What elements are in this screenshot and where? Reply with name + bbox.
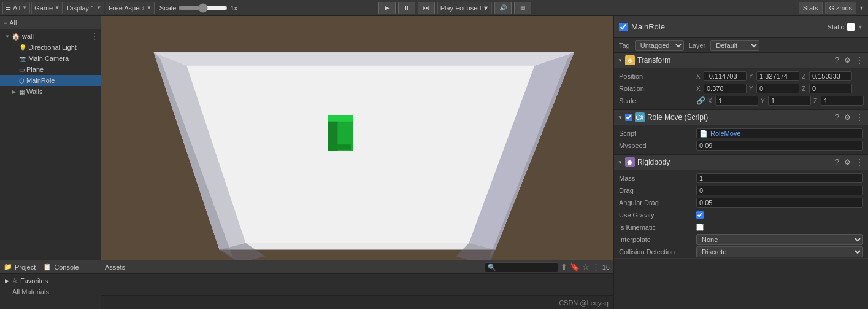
play-button[interactable]: ▶ bbox=[378, 2, 396, 14]
rot-x-input[interactable] bbox=[704, 84, 747, 93]
assets-star-btn[interactable]: ☆ bbox=[582, 262, 590, 272]
use-gravity-label: Use Gravity bbox=[619, 211, 693, 219]
transform-help-btn[interactable]: ? bbox=[834, 56, 840, 65]
drag-input[interactable] bbox=[696, 186, 863, 195]
assets-upload-btn[interactable]: ⬆ bbox=[561, 262, 567, 272]
pos-x-input[interactable] bbox=[704, 71, 747, 81]
play-focused-dropdown[interactable]: Play Focused ▼ bbox=[437, 2, 493, 14]
wall-menu-icon[interactable]: ⋮ bbox=[91, 32, 101, 41]
object-name: MainRole bbox=[631, 22, 665, 31]
hierarchy-item-wall[interactable]: ▼ 🏠 wall ⋮ bbox=[0, 31, 101, 42]
game-dropdown[interactable]: Game ▼ bbox=[31, 2, 63, 14]
rot-y-input[interactable] bbox=[756, 84, 799, 93]
display-dropdown[interactable]: Display 1 ▼ bbox=[64, 2, 104, 14]
transform-header[interactable]: ▼ ⊕ Transform ? ⚙ ⋮ bbox=[614, 53, 868, 68]
rigidbody-header[interactable]: ▼ ⬟ Rigidbody ? ⚙ ⋮ bbox=[614, 155, 868, 170]
hierarchy-item-directional-light[interactable]: 💡 Directional Light bbox=[0, 42, 101, 53]
scale-values: 🔗 X Y Z bbox=[696, 96, 864, 106]
assets-bookmark-btn[interactable]: 🔖 bbox=[570, 262, 580, 272]
inspector-panel: MainRole Static ▼ Tag Untagged Layer Def… bbox=[613, 16, 868, 260]
rot-z-label: Z bbox=[802, 85, 808, 92]
use-gravity-checkbox[interactable] bbox=[696, 211, 704, 219]
pos-z-input[interactable] bbox=[809, 71, 852, 81]
right-buttons: Stats Gizmos ▼ bbox=[795, 2, 868, 14]
rot-y-label: Y bbox=[749, 85, 755, 92]
pos-x-group: X bbox=[696, 71, 747, 81]
rolemove-active-checkbox[interactable] bbox=[625, 114, 632, 121]
aspect-label: Free Aspect bbox=[109, 4, 145, 12]
player-base bbox=[330, 144, 351, 150]
layer-dropdown[interactable]: Default bbox=[710, 40, 759, 51]
inspector-tag-row: Tag Untagged Layer Default bbox=[614, 38, 868, 53]
audio-button[interactable]: 🔊 bbox=[494, 2, 512, 14]
top-bar: ☰ All ▼ Game ▼ Display 1 ▼ Free Aspect ▼… bbox=[0, 0, 868, 16]
scale-slider[interactable] bbox=[179, 3, 228, 13]
gizmos-button[interactable]: Gizmos bbox=[825, 2, 856, 14]
display-label: Display 1 bbox=[67, 4, 94, 12]
top-bar-left: ☰ All ▼ Game ▼ Display 1 ▼ Free Aspect ▼… bbox=[0, 2, 244, 14]
all-dropdown[interactable]: ☰ All ▼ bbox=[2, 2, 30, 14]
pos-x-label: X bbox=[696, 73, 702, 80]
pause-button[interactable]: ⏸ bbox=[398, 2, 415, 14]
mass-input[interactable] bbox=[696, 173, 863, 183]
plane-icon: ▭ bbox=[19, 66, 25, 73]
assets-label: Assets bbox=[105, 264, 125, 271]
collision-row: Collision Detection Discrete bbox=[614, 246, 868, 258]
all-materials-area[interactable]: All Materials bbox=[0, 287, 101, 297]
assets-search-input[interactable] bbox=[485, 262, 558, 272]
rigidbody-icon: ⬟ bbox=[625, 157, 635, 167]
hierarchy-item-walls[interactable]: ▶ ▦ Walls bbox=[0, 86, 101, 97]
rolemove-header[interactable]: ▼ C# Role Move (Script) ? ⚙ ⋮ bbox=[614, 110, 868, 125]
transform-menu-btn[interactable]: ⋮ bbox=[855, 56, 864, 65]
rot-x-group: X bbox=[696, 84, 747, 93]
rot-z-input[interactable] bbox=[809, 84, 852, 93]
hierarchy-item-main-camera[interactable]: 📷 Main Camera bbox=[0, 53, 101, 64]
scale-z-input[interactable] bbox=[821, 96, 864, 106]
rigidbody-menu-btn[interactable]: ⋮ bbox=[855, 158, 864, 166]
transform-actions: ? ⚙ ⋮ bbox=[834, 56, 864, 65]
hierarchy-item-plane[interactable]: ▭ Plane bbox=[0, 64, 101, 75]
use-gravity-row: Use Gravity bbox=[614, 209, 868, 221]
wall-icon: 🏠 bbox=[12, 33, 20, 41]
scale-x-input[interactable] bbox=[715, 96, 758, 106]
static-checkbox[interactable] bbox=[847, 23, 855, 31]
transform-settings-btn[interactable]: ⚙ bbox=[843, 56, 852, 65]
walls-label: Walls bbox=[26, 88, 42, 95]
game-canvas[interactable] bbox=[101, 16, 613, 260]
myspeed-input[interactable] bbox=[696, 141, 863, 151]
collision-select[interactable]: Discrete bbox=[696, 246, 863, 257]
project-tab[interactable]: Project bbox=[15, 264, 36, 271]
aspect-dropdown[interactable]: Free Aspect ▼ bbox=[106, 2, 155, 14]
rolemove-help-btn[interactable]: ? bbox=[834, 113, 840, 122]
object-active-checkbox[interactable] bbox=[619, 23, 628, 31]
rigidbody-body: Mass Drag Angular Drag Use Gravity Is Ki… bbox=[614, 170, 868, 260]
scale-y-input[interactable] bbox=[768, 96, 811, 106]
pos-y-input[interactable] bbox=[756, 71, 799, 81]
hierarchy-item-mainrole[interactable]: ⬡ MainRole bbox=[0, 75, 101, 86]
tag-label: Tag bbox=[619, 42, 630, 49]
transform-icon: ⊕ bbox=[625, 55, 635, 65]
rolemove-settings-btn[interactable]: ⚙ bbox=[843, 113, 852, 122]
rigidbody-help-btn[interactable]: ? bbox=[834, 158, 840, 166]
assets-header: Assets ⬆ 🔖 ☆ ⋮ 16 bbox=[101, 260, 613, 274]
angular-drag-input[interactable] bbox=[696, 198, 863, 208]
script-value: RoleMove bbox=[710, 130, 741, 137]
step-button[interactable]: ⏭ bbox=[418, 2, 435, 14]
is-kinematic-checkbox[interactable] bbox=[696, 224, 704, 231]
script-link[interactable]: 📄 RoleMove bbox=[696, 128, 863, 138]
grid-button[interactable]: ⊞ bbox=[514, 2, 531, 14]
rigidbody-title: Rigidbody bbox=[637, 158, 670, 166]
scale-x-group: X bbox=[708, 96, 758, 106]
console-tab[interactable]: Console bbox=[54, 264, 79, 271]
favorites-arrow: ▶ bbox=[5, 278, 9, 284]
assets-menu-btn[interactable]: ⋮ bbox=[592, 262, 600, 272]
interpolate-select[interactable]: None bbox=[696, 234, 863, 245]
main-area: ≡ All ▼ 🏠 wall ⋮ 💡 Directional Light 📷 M… bbox=[0, 16, 868, 260]
scale-y-group: Y bbox=[761, 96, 811, 106]
rolemove-menu-btn[interactable]: ⋮ bbox=[855, 113, 864, 122]
scale-x-label: X bbox=[708, 98, 714, 104]
rigidbody-settings-btn[interactable]: ⚙ bbox=[843, 158, 852, 166]
tag-dropdown[interactable]: Untagged bbox=[635, 40, 684, 51]
stats-button[interactable]: Stats bbox=[799, 2, 823, 14]
rigidbody-actions: ? ⚙ ⋮ bbox=[834, 158, 864, 166]
